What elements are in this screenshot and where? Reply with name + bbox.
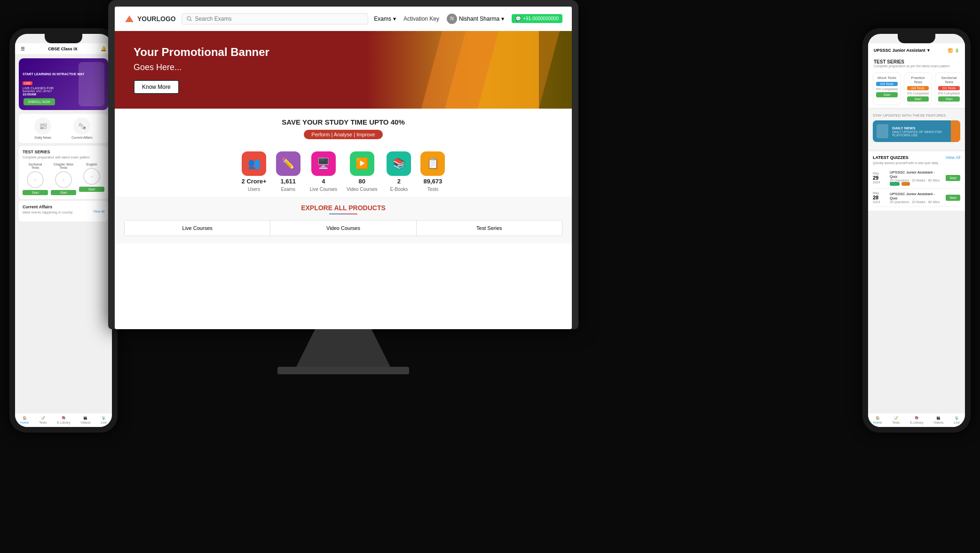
banner-content: START LEARNING IN INTRACTIVE WAY LIVE LI… (23, 72, 84, 96)
right-elibrary-label: E-Library (910, 421, 923, 424)
right-phone-header: UPSSSC Junior Assistant ▾ 📶 🔋 (868, 43, 965, 55)
video-courses-icon: ▶️ (356, 158, 368, 170)
stats-section: SAVE YOUR STUDY TIME UPTO 40% Perform | … (115, 109, 572, 197)
enroll-button[interactable]: ENROLL NOW (24, 98, 55, 105)
banner-heading: Your Promotional Banner (134, 46, 269, 59)
video-courses-label: Video Courses (347, 187, 377, 192)
right-nav-videos[interactable]: 🎬 Videos (933, 416, 943, 424)
perform-badge: Perform | Analyse | Improve (304, 130, 382, 139)
quizzes-header: LATEST QUIZZES View All (873, 155, 960, 160)
daily-news-sub: DAILY UPDATES OF NEWS FOR PLATFORM USE (892, 130, 956, 137)
quiz-meta-2: 20 Questions · 20 Marks · 60 Mins (890, 200, 943, 204)
ca-sub: latest events happening in country (23, 211, 72, 214)
view-all-quizzes[interactable]: View All (946, 155, 960, 160)
user-chevron: ▾ (501, 16, 504, 22)
notification-icon: 🔔 (101, 46, 106, 51)
exams-menu[interactable]: Exams ▾ (374, 16, 396, 22)
users-icon-box: 👥 (242, 151, 266, 176)
view-all-link[interactable]: View all (93, 210, 104, 213)
english-start-btn[interactable]: Start (79, 187, 104, 192)
test-series-subtitle: Complete preparation with latest exam pa… (23, 156, 104, 159)
home-icon: 🏠 (23, 416, 27, 420)
battery-icon: 🔋 (955, 48, 959, 53)
quiz-month-1: May (873, 172, 887, 175)
mock-start-btn[interactable]: Start (876, 92, 898, 97)
nav-videos[interactable]: 🎬 Videos (80, 416, 90, 424)
quizzes-sub: Quickly assess yourself with a new quiz … (873, 161, 960, 165)
live-courses-icon: 🖥️ (317, 158, 330, 170)
sectional-start-btn[interactable]: Start (938, 96, 960, 102)
save-text: SAVE YOUR STUDY TIME UPTO 40% (124, 118, 562, 126)
chapterwise-circle: ○ (55, 171, 72, 188)
monitor-stand (296, 329, 390, 367)
right-home-icon: 🏠 (876, 416, 880, 420)
current-affairs-icon: 🗞️ (73, 118, 90, 134)
daily-news-thumb (877, 124, 888, 138)
right-nav-elibrary[interactable]: 📚 E-Library (910, 416, 923, 424)
stat-video-courses: ▶️ 80 Video Courses (347, 151, 377, 192)
exam-selector[interactable]: UPSSSC Junior Assistant ▾ (874, 48, 930, 53)
practice-start-btn[interactable]: Start (907, 96, 929, 102)
user-menu[interactable]: N Nishant Sharma ▾ (447, 14, 504, 24)
chapterwise-label: Chapter WiseTests (54, 163, 73, 169)
right-phone-bottom-nav: 🏠 Home 📝 Tests 📚 E-Library 🎬 Videos 📡 Li… (868, 413, 965, 427)
whatsapp-icon: 💬 (515, 16, 521, 21)
right-elibrary-icon: 📚 (915, 416, 919, 420)
mock-tests-card: Mock Tests 0/4 Tests 0% Completed Start (873, 72, 901, 105)
search-bar[interactable] (182, 13, 368, 24)
test-cards: Mock Tests 0/4 Tests 0% Completed Start … (868, 70, 965, 108)
sectional-start-btn[interactable]: Start (23, 190, 48, 195)
user-name: Nishant Sharma (459, 16, 499, 22)
phone-button[interactable]: 💬 +91-0000000000 (512, 14, 562, 23)
live-courses-label: Live Courses (310, 187, 337, 192)
tab-live-courses[interactable]: Live Courses (125, 221, 270, 236)
left-phone-bottom-nav: 🏠 Home 📝 Tests 📚 E-Library 🎬 Videos 📡 Li… (15, 413, 112, 427)
current-affairs-item[interactable]: 🗞️ Current Affairs (71, 118, 93, 139)
explore-underline (329, 213, 357, 214)
nav-live[interactable]: 📡 Live (101, 416, 107, 424)
tests-icon-box: 📋 (420, 151, 445, 176)
monitor-screen: YOURLOGO Exams ▾ Activation Key (115, 7, 572, 329)
banner-title-text: START LEARNING IN INTRACTIVE WAY (23, 72, 84, 76)
sectional-progress: 0% Completed (938, 92, 960, 95)
live-courses-icon-box: 🖥️ (311, 151, 336, 176)
tab-video-courses[interactable]: Video Courses (270, 221, 416, 236)
daily-news-info: DAILY NEWS DAILY UPDATES OF NEWS FOR PLA… (892, 126, 956, 137)
right-videos-label: Videos (933, 421, 943, 424)
daily-news-icon: 📰 (34, 118, 51, 134)
test-items-row: SectionalTests ○ Start Chapter WiseTests… (23, 163, 104, 195)
know-more-button[interactable]: Know More (134, 80, 179, 94)
features-title: STAY UPDATED WITH THESE FEATURES (873, 113, 960, 118)
nav-elibrary[interactable]: 📚 E-Library (57, 416, 70, 424)
daily-news-card[interactable]: DAILY NEWS DAILY UPDATES OF NEWS FOR PLA… (873, 120, 960, 142)
search-input[interactable] (195, 16, 363, 22)
nav-tests[interactable]: 📝 Tests (39, 416, 47, 424)
right-test-series-header: TEST SERIES Complete preparation as per … (868, 55, 965, 70)
tab-test-series[interactable]: Test Series (417, 221, 562, 236)
stat-ebooks: 📚 2 E-Books (387, 151, 411, 192)
activation-key[interactable]: Activation Key (403, 16, 439, 22)
quiz-start-btn-2[interactable]: Start (946, 195, 960, 201)
daily-news-item[interactable]: 📰 Daily News (34, 118, 51, 139)
practice-tests-title: Practice Tests (907, 76, 929, 84)
chapterwise-start-btn[interactable]: Start (51, 190, 76, 195)
right-nav-live[interactable]: 📡 Live (954, 416, 960, 424)
navbar: YOURLOGO Exams ▾ Activation Key (115, 7, 572, 31)
live-label: Live (101, 421, 107, 424)
svg-line-3 (190, 19, 192, 21)
nav-home[interactable]: 🏠 Home (20, 416, 29, 424)
exams-stat-label: Exams (281, 187, 295, 192)
quiz-month-2: May (873, 191, 887, 195)
users-count: 2 Crore+ (242, 178, 267, 185)
right-nav-home[interactable]: 🏠 Home (873, 416, 882, 424)
exams-icon: ✏️ (282, 158, 294, 170)
monitor-outer: YOURLOGO Exams ▾ Activation Key (108, 0, 578, 329)
quiz-start-btn-1[interactable]: Start (946, 175, 960, 181)
daily-news-label: Daily News (35, 136, 51, 139)
promo-banner: Your Promotional Banner Goes Here... Kno… (115, 31, 572, 109)
right-nav-tests[interactable]: 📝 Tests (892, 416, 900, 424)
right-videos-icon: 🎬 (936, 416, 940, 420)
right-test-sub: Complete preparation as per the latest e… (874, 64, 959, 68)
mock-badge: 0/4 Tests (876, 82, 898, 86)
tests-label: Tests (39, 421, 47, 424)
